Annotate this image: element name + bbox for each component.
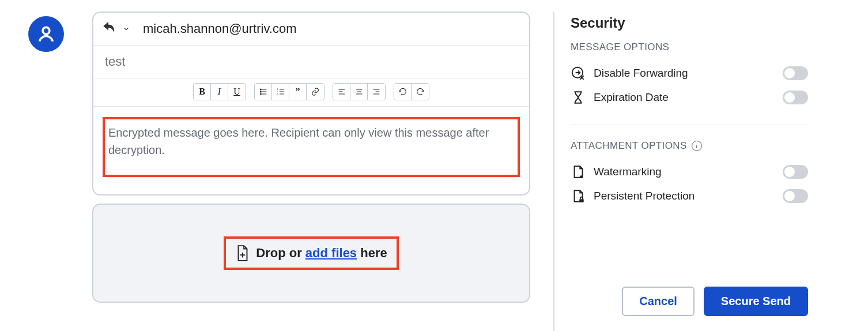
avatar[interactable] (28, 16, 64, 52)
watermarking-icon (571, 164, 586, 179)
highlight-message-area: Encrypted message goes here. Recipient c… (103, 117, 520, 177)
underline-button[interactable]: U (228, 84, 246, 100)
align-right-button[interactable] (368, 84, 385, 100)
recipient-mode-dropdown[interactable] (122, 21, 130, 36)
person-icon (36, 24, 56, 44)
svg-text:3: 3 (277, 92, 278, 95)
italic-button[interactable]: I (211, 84, 228, 100)
svg-point-3 (260, 91, 261, 92)
message-options-label: MESSAGE OPTIONS (571, 42, 808, 53)
disable-forwarding-icon (571, 66, 586, 81)
secure-send-button[interactable]: Secure Send (704, 287, 808, 316)
recipient-row: micah.shannon@urtriv.com (93, 13, 529, 46)
file-add-icon (235, 245, 250, 262)
expiration-toggle[interactable] (783, 91, 808, 104)
sidebar-divider (571, 125, 808, 125)
expiration-label: Expiration Date (594, 91, 669, 104)
watermarking-label: Watermarking (594, 166, 662, 178)
persistent-toggle[interactable] (783, 189, 808, 203)
bold-button[interactable]: B (194, 84, 211, 100)
link-button[interactable] (307, 84, 324, 100)
recipient-email[interactable]: micah.shannon@urtriv.com (143, 21, 296, 36)
drop-text-suffix: here (357, 246, 387, 260)
align-center-button[interactable] (350, 84, 368, 100)
svg-point-5 (260, 93, 261, 95)
message-editor[interactable]: Encrypted message goes here. Recipient c… (93, 107, 529, 194)
disable-forwarding-toggle[interactable] (783, 66, 808, 80)
svg-rect-28 (579, 199, 584, 202)
svg-point-1 (260, 89, 261, 90)
align-left-button[interactable] (333, 84, 350, 100)
attachment-dropzone[interactable]: Drop or add files here (92, 204, 530, 303)
format-toolbar: B I U 123 ” (93, 78, 529, 107)
persistent-label: Persistent Protection (594, 190, 695, 202)
watermarking-toggle[interactable] (783, 165, 808, 179)
action-row: Cancel Secure Send (571, 275, 808, 331)
info-icon[interactable]: i (692, 141, 702, 151)
subject-row (93, 46, 529, 78)
disable-forwarding-label: Disable Forwarding (594, 67, 688, 80)
highlight-dropzone: Drop or add files here (224, 236, 398, 270)
undo-button[interactable] (394, 84, 412, 100)
bullet-list-button[interactable] (255, 84, 272, 100)
cancel-button[interactable]: Cancel (622, 287, 695, 316)
redo-button[interactable] (412, 84, 429, 100)
persistent-protection-icon (571, 189, 586, 204)
numbered-list-button[interactable]: 123 (272, 84, 289, 100)
sidebar-title: Security (571, 15, 808, 31)
compose-panel: micah.shannon@urtriv.com B I U (92, 12, 530, 195)
security-sidebar: Security MESSAGE OPTIONS Disable Forward… (553, 12, 824, 331)
svg-point-0 (43, 27, 50, 34)
attachment-options-label: ATTACHMENT OPTIONS i (571, 140, 808, 152)
reply-icon[interactable] (101, 21, 116, 37)
add-files-link[interactable]: add files (305, 246, 357, 260)
drop-text-prefix: Drop or (256, 246, 305, 260)
svg-point-27 (580, 175, 583, 178)
hourglass-icon (571, 90, 586, 105)
subject-input[interactable] (104, 54, 519, 70)
blockquote-button[interactable]: ” (289, 84, 307, 100)
